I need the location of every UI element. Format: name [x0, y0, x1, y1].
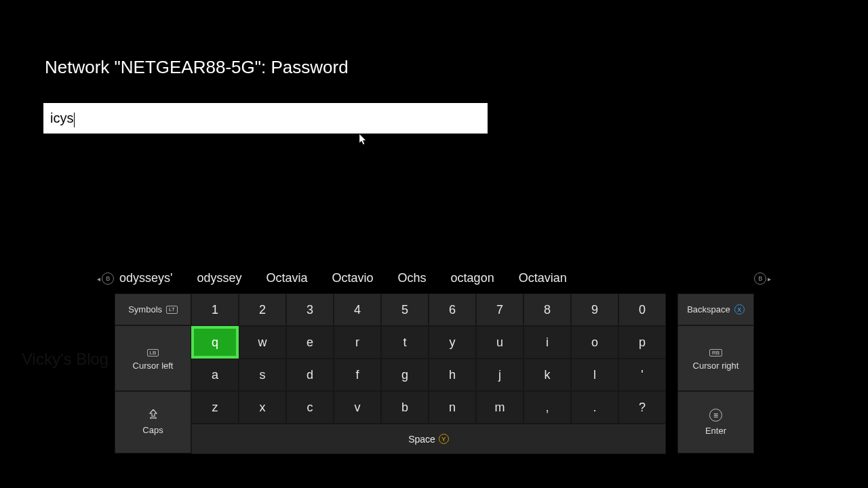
suggestion-item[interactable]: odyssey	[197, 271, 241, 285]
key-t[interactable]: t	[381, 326, 429, 359]
key-'[interactable]: '	[618, 359, 666, 391]
page-title: Network "NETGEAR88-5G": Password	[45, 57, 349, 78]
key-n[interactable]: n	[429, 391, 476, 424]
suggestion-item[interactable]: Ochs	[398, 271, 427, 285]
key-d[interactable]: d	[286, 359, 334, 391]
key-l[interactable]: l	[571, 359, 618, 391]
key-?[interactable]: ?	[618, 391, 666, 424]
key-v[interactable]: v	[334, 391, 381, 424]
key-j[interactable]: j	[476, 359, 524, 391]
suggestion-item[interactable]: Octavia	[267, 271, 308, 285]
key-e[interactable]: e	[286, 326, 334, 359]
key-9[interactable]: 9	[571, 293, 618, 326]
key-2[interactable]: 2	[239, 293, 286, 326]
text-caret	[74, 113, 75, 127]
key-s[interactable]: s	[239, 359, 286, 391]
key-w[interactable]: w	[239, 326, 286, 359]
key-grid: 1234567890 qwertyuiop asdfghjkl' zxcvbnm…	[191, 293, 831, 454]
key-7[interactable]: 7	[476, 293, 524, 326]
key-f[interactable]: f	[334, 359, 381, 391]
suggestion-item[interactable]: Octavian	[519, 271, 567, 285]
key-u[interactable]: u	[476, 326, 524, 359]
key-k[interactable]: k	[524, 359, 571, 391]
key-h[interactable]: h	[429, 359, 476, 391]
caps-icon	[147, 409, 159, 421]
key-c[interactable]: c	[286, 391, 334, 424]
key-4[interactable]: 4	[334, 293, 381, 326]
onscreen-keyboard: ◂B odysseys' odyssey Octavia Octavio Och…	[0, 263, 868, 488]
side-column-left: Symbols LT LB Cursor left Caps	[115, 293, 191, 453]
key-y[interactable]: y	[429, 326, 476, 359]
key-z[interactable]: z	[191, 391, 239, 424]
bumper-right-icon: B▸	[749, 272, 771, 285]
suggestion-row: ◂B odysseys' odyssey Octavia Octavio Och…	[0, 263, 868, 293]
key-b[interactable]: b	[381, 391, 429, 424]
suggestion-item[interactable]: Octavio	[332, 271, 374, 285]
bumper-left-icon: ◂B	[97, 272, 119, 285]
key-m[interactable]: m	[476, 391, 524, 424]
key-.[interactable]: .	[571, 391, 618, 424]
password-input[interactable]: icys	[43, 103, 488, 134]
number-row: 1234567890	[191, 293, 831, 326]
symbols-button[interactable]: Symbols LT	[115, 293, 191, 325]
key-0[interactable]: 0	[618, 293, 666, 326]
key-a[interactable]: a	[191, 359, 239, 391]
lt-tag-icon: LT	[166, 306, 178, 314]
y-button-icon: Y	[439, 434, 449, 444]
key-o[interactable]: o	[571, 326, 618, 359]
space-label: Space	[408, 434, 435, 445]
cursor-left-button[interactable]: LB Cursor left	[115, 325, 191, 391]
key-5[interactable]: 5	[381, 293, 429, 326]
key-q[interactable]: q	[191, 326, 239, 359]
cursor-left-icon: LB	[147, 346, 159, 357]
space-key[interactable]: Space Y	[191, 424, 666, 454]
key-g[interactable]: g	[381, 359, 429, 391]
key-p[interactable]: p	[618, 326, 666, 359]
cursor-left-label: Cursor left	[133, 361, 174, 371]
letter-row-3: zxcvbnm,.?	[191, 391, 831, 424]
key-3[interactable]: 3	[286, 293, 334, 326]
caps-label: Caps	[142, 425, 163, 435]
key-r[interactable]: r	[334, 326, 381, 359]
symbols-label: Symbols	[128, 304, 162, 314]
suggestion-item[interactable]: odysseys'	[119, 271, 172, 285]
key-i[interactable]: i	[524, 326, 571, 359]
key-,[interactable]: ,	[524, 391, 571, 424]
key-x[interactable]: x	[239, 391, 286, 424]
caps-button[interactable]: Caps	[115, 391, 191, 453]
key-1[interactable]: 1	[191, 293, 239, 326]
key-6[interactable]: 6	[429, 293, 476, 326]
suggestion-item[interactable]: octagon	[451, 271, 494, 285]
letter-row-1: qwertyuiop	[191, 326, 831, 359]
letter-row-2: asdfghjkl'	[191, 359, 831, 391]
mouse-cursor-icon	[359, 134, 367, 147]
password-input-value: icys	[50, 110, 73, 126]
space-row: Space Y	[191, 424, 831, 454]
key-8[interactable]: 8	[524, 293, 571, 326]
